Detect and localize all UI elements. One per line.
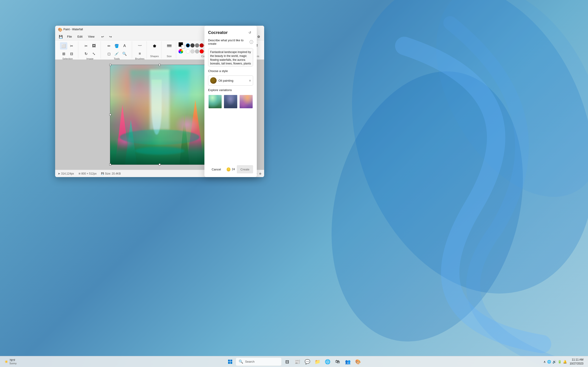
create-button[interactable]: Create: [237, 165, 253, 173]
time-display: 11:11 AM: [570, 358, 583, 362]
taskbar: ☀️ 78°F Sunny 🔍 Search ⊟ 📰 💬 📁 🌐 🛍 👥: [0, 356, 588, 367]
color-white[interactable]: [186, 49, 190, 53]
svg-rect-8: [228, 360, 230, 361]
info-icon[interactable]: i: [250, 40, 253, 44]
describe-label: Describe what you'd like to create i: [208, 39, 253, 45]
search-icon: 🔍: [239, 359, 243, 364]
svg-point-1: [303, 50, 552, 363]
color-black[interactable]: [186, 43, 190, 48]
image-filter-button[interactable]: 🖼: [90, 42, 98, 50]
color-darkgray[interactable]: [190, 43, 195, 48]
taskbar-left: ☀️ 78°F Sunny: [5, 359, 17, 365]
style-dropdown[interactable]: Oil painting ∨: [208, 75, 253, 85]
clock[interactable]: 11:11 AM 10/27/2023: [570, 358, 583, 366]
size-button[interactable]: [166, 42, 173, 50]
chevron-icon[interactable]: ∧: [544, 360, 546, 364]
color-gray[interactable]: [195, 43, 199, 48]
teams-button[interactable]: 👥: [343, 357, 352, 366]
canvas-dimensions: ⊞ 800 × 512px: [78, 172, 96, 175]
cocreator-panel: Cocreator ↺ Describe what you'd like to …: [204, 26, 257, 177]
weather-widget[interactable]: ☀️ 78°F Sunny: [5, 359, 17, 365]
variation-1[interactable]: [208, 94, 222, 109]
variation-3[interactable]: [239, 94, 253, 109]
color-lightgray2[interactable]: [195, 49, 199, 53]
resize-button[interactable]: ⤡: [90, 50, 98, 57]
color-lightgray1[interactable]: [190, 49, 195, 53]
choose-style-label: Choose a style: [208, 69, 253, 73]
canvas-image-container[interactable]: [110, 65, 209, 165]
canvas-image: [110, 65, 209, 165]
cursor-position: ➤ 314,124px: [58, 172, 74, 175]
battery-icon[interactable]: 🔋: [558, 360, 562, 364]
background-color[interactable]: [181, 45, 185, 49]
magnify-button[interactable]: 🔍: [121, 50, 128, 57]
brush-buttons: 〰 ≡: [135, 42, 145, 57]
size-buttons: [166, 42, 173, 55]
taskbar-right: ∧ 🌐 🔊 🔋 🔔 11:11 AM 10/27/2023: [544, 358, 583, 366]
file-size: 💾 Size: 20.4KB: [101, 172, 121, 175]
variation-2[interactable]: [224, 94, 237, 109]
widgets-button[interactable]: 📰: [293, 357, 302, 366]
cursor-icon: ➤: [58, 172, 60, 175]
store-button[interactable]: 🛍: [333, 357, 342, 366]
tool-buttons: ✏ 🪣 A ◻ 💉 🔍: [104, 42, 130, 57]
svg-rect-11: [230, 362, 232, 364]
app-icon: 🎨: [58, 27, 61, 31]
eraser-button[interactable]: ◻: [105, 50, 112, 57]
svg-rect-10: [228, 362, 230, 364]
selection-rect-button[interactable]: ⬜: [60, 42, 67, 50]
size-label: Size: [167, 55, 172, 58]
tools-group: ✏ 🪣 A ◻ 💉 🔍 Tools: [102, 41, 132, 58]
prompt-textarea[interactable]: Fantastical landscape inspired by the be…: [208, 48, 253, 67]
color-red[interactable]: [199, 49, 204, 53]
weather-temp: 78°F: [9, 359, 17, 362]
file-menu[interactable]: File: [64, 34, 75, 39]
size-group: Size: [162, 41, 176, 58]
zoom-in-button[interactable]: ⊕: [259, 172, 261, 175]
task-view-button[interactable]: ⊟: [283, 357, 292, 366]
svg-point-0: [310, 0, 588, 328]
fill-button[interactable]: 🪣: [113, 42, 120, 50]
variations-label: Explore variations: [208, 88, 253, 92]
color-wheel[interactable]: [179, 49, 183, 54]
cancel-button[interactable]: Cancel: [208, 165, 225, 173]
brush2-button[interactable]: ≡: [136, 50, 144, 57]
crop-button[interactable]: ✂: [82, 42, 90, 50]
dimensions-value: 800 × 512px: [81, 172, 96, 175]
save-icon-button[interactable]: 💾: [57, 33, 64, 40]
selection-invert-button[interactable]: ⊟: [68, 50, 75, 57]
shape-buttons: ⬟: [151, 42, 158, 55]
brush1-button[interactable]: 〰: [136, 42, 144, 50]
search-bar[interactable]: 🔍 Search: [236, 358, 282, 366]
svg-point-2: [402, 0, 588, 225]
color-darkred[interactable]: [199, 43, 204, 48]
rotate-button[interactable]: ↻: [82, 50, 90, 57]
brushes-group: 〰 ≡ Brushes: [133, 41, 147, 58]
shapes-button[interactable]: ⬟: [151, 42, 158, 50]
selection-free-button[interactable]: ✂: [68, 42, 75, 50]
color-wheel-placeholder: [179, 49, 185, 54]
reset-button[interactable]: ↺: [247, 29, 253, 36]
selection-group: ⬜ ✂ ⊞ ⊟ Selection: [57, 41, 78, 58]
text-button[interactable]: A: [121, 42, 128, 50]
start-button[interactable]: [225, 357, 235, 366]
pencil-button[interactable]: ✏: [105, 42, 112, 50]
style-icon: [210, 77, 216, 84]
image-group: ✂ 🖼 ↻ ⤡ Image: [79, 41, 101, 58]
network-icon[interactable]: 🌐: [547, 360, 551, 364]
notification-icon[interactable]: 🔔: [563, 360, 567, 364]
selection-all-button[interactable]: ⊞: [60, 50, 67, 57]
file-explorer-button[interactable]: 📁: [313, 357, 322, 366]
undo-button[interactable]: ↩: [99, 33, 106, 40]
redo-button[interactable]: ↪: [107, 33, 114, 40]
shapes-label: Shapes: [150, 55, 159, 58]
chat-button[interactable]: 💬: [303, 357, 312, 366]
paint-taskbar-button[interactable]: 🎨: [353, 357, 363, 366]
edit-menu[interactable]: Edit: [75, 34, 85, 39]
date-display: 10/27/2023: [570, 362, 583, 366]
credits-badge: 🪙 24: [226, 167, 235, 172]
view-menu[interactable]: View: [85, 34, 97, 39]
edge-button[interactable]: 🌐: [323, 357, 332, 366]
eyedropper-button[interactable]: 💉: [113, 50, 120, 57]
volume-icon[interactable]: 🔊: [552, 360, 556, 364]
